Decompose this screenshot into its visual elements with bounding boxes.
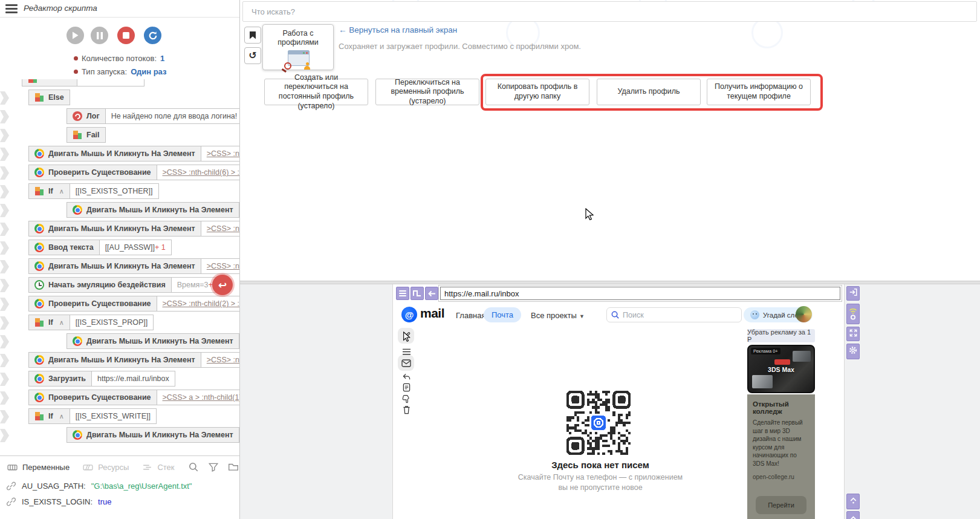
script-action-row[interactable]: Начать эмуляцию бездействияВремя=3 + 2↩ [0, 277, 240, 294]
action-param[interactable]: [[IS_EXISTS_WRITE]] [70, 408, 157, 424]
profile-action-button[interactable]: Получить информацию о текущем профиле [707, 79, 811, 105]
folder-icon[interactable] [228, 462, 239, 472]
action-param[interactable]: >CSS> :nth-child(6) [239, 202, 240, 218]
collapse-icon[interactable]: ∧ [59, 413, 64, 420]
enter-button[interactable] [846, 286, 860, 301]
resume-badge-icon[interactable]: ↩ [212, 275, 233, 295]
mail-nav-main[interactable]: Главная [456, 311, 485, 320]
action-param[interactable]: >CSS> :nth-child(6) > :nth-child(2) > [157, 165, 240, 180]
action-label-box[interactable]: Двигать Мышь И Кликнуть На Элемент [28, 258, 201, 274]
script-action-row[interactable]: Двигать Мышь И Кликнуть На Элемент>CSS> … [0, 221, 240, 238]
bookmark-button[interactable] [244, 27, 261, 44]
horizontal-splitter[interactable] [240, 281, 980, 284]
action-label-box[interactable]: Проверить Существование [28, 165, 157, 180]
wifi-button[interactable] [846, 304, 860, 324]
trash-icon[interactable] [400, 403, 412, 416]
avatar[interactable] [796, 306, 812, 322]
browser-back-button[interactable] [425, 287, 438, 300]
pause-button[interactable] [91, 27, 108, 44]
action-param[interactable]: [[IS_EXISTS_PROP]] [70, 315, 154, 330]
history-button[interactable]: ↺ [244, 47, 261, 64]
script-action-row[interactable]: Проверить Существование>CSS> a > :nth-ch… [0, 390, 240, 406]
action-param[interactable]: >CSS> :nth-child(2) [239, 333, 240, 349]
action-label-box[interactable]: If∧ [28, 183, 70, 199]
script-action-row[interactable]: Проверить Существование>CSS> :nth-child(… [0, 165, 240, 181]
action-label-box[interactable]: Двигать Мышь И Кликнуть На Элемент [67, 333, 239, 349]
action-param[interactable]: >CSS> :nth-child(1) > :n [201, 258, 240, 274]
script-action-row[interactable]: Fail [0, 127, 240, 144]
inbox-icon[interactable] [400, 357, 412, 369]
script-action-row[interactable]: Двигать Мышь И Кликнуть На Элемент>CSS> … [0, 352, 240, 369]
run-type-value[interactable]: Один раз [131, 67, 166, 76]
mail-logo-icon[interactable]: @ [401, 307, 417, 322]
script-action-row[interactable]: ЛогНе найдено поле для ввода логина! [0, 108, 240, 125]
spam-icon[interactable] [400, 393, 412, 405]
ad-image[interactable]: Реклама 0+ 3DS Max [747, 345, 815, 393]
profile-action-button[interactable]: Удалить профиль [597, 79, 701, 105]
action-label-box[interactable]: Двигать Мышь И Кликнуть На Элемент [28, 146, 201, 162]
ad-cta-button[interactable]: Перейти [756, 496, 806, 514]
settings-button[interactable] [846, 344, 860, 359]
variable-row[interactable]: IS_EXISTS_LOGIN:true [0, 494, 240, 509]
script-action-row[interactable]: If∧[[IS_EXISTS_OTHER]] [0, 183, 240, 200]
search-input[interactable] [242, 1, 977, 22]
tab-resources[interactable]: Ресурсы [83, 462, 129, 472]
action-card-profiles[interactable]: Работа с профилями [262, 24, 334, 70]
stop-button[interactable] [117, 27, 135, 44]
profile-action-button[interactable]: Создать или переключиться на постоянный … [264, 79, 368, 105]
action-param[interactable]: [[IS_EXISTS_OTHER]] [70, 183, 159, 199]
action-label-box[interactable]: Fail [67, 127, 106, 143]
action-param[interactable]: >CSS> a > :nth-child [239, 427, 240, 443]
profile-action-button[interactable]: Копировать профиль в другую папку [485, 79, 589, 105]
action-label-box[interactable]: Двигать Мышь И Кликнуть На Элемент [67, 427, 239, 443]
mail-nav-projects[interactable]: Все проекты▼ [531, 311, 585, 320]
action-label-box[interactable]: If∧ [28, 315, 70, 330]
url-input[interactable] [440, 287, 840, 300]
tab-variables[interactable]: Переменные [7, 462, 70, 472]
script-action-row[interactable]: If∧[[IS_EXISTS_PROP]] [0, 315, 240, 331]
action-label-box[interactable]: Лог [67, 108, 106, 124]
browser-menu-button[interactable] [396, 287, 409, 300]
back-to-main-link[interactable]: ← Вернуться на главный экран [339, 25, 457, 34]
ad-text-block[interactable]: Открытый колледж Сделайте первый шаг в м… [747, 394, 815, 519]
action-label-box[interactable]: Ввод текста [28, 240, 100, 255]
restart-button[interactable] [144, 27, 161, 44]
variable-row[interactable]: AU_USAG_PATH:"G:\bas\a_reg\UserAgent.txt… [0, 478, 240, 494]
ad-title[interactable]: Открытый колледж [753, 400, 810, 415]
script-action-row[interactable]: Else [0, 90, 240, 106]
action-label-box[interactable]: Двигать Мышь И Кликнуть На Элемент [28, 352, 201, 368]
threads-value[interactable]: 1 [160, 54, 164, 63]
script-action-row[interactable]: Двигать Мышь И Кликнуть На Элемент>CSS> … [0, 258, 240, 275]
mail-search-input[interactable] [606, 307, 742, 322]
action-param[interactable]: >CSS> :nth-child(2) > :n [201, 221, 240, 237]
filter-icon[interactable] [208, 462, 219, 472]
action-param[interactable]: >CSS> :nth-child(4) > :n [201, 352, 240, 368]
action-label-box[interactable]: Загрузить [28, 371, 92, 387]
script-action-row-clipped[interactable] [0, 79, 240, 88]
action-param[interactable]: >CSS> :nth-child(1) > :n [201, 146, 240, 162]
collapse-button[interactable] [846, 511, 860, 519]
action-param[interactable]: [[AU_PASSW]] + 1 [99, 240, 172, 255]
action-label-box[interactable]: Проверить Существование [28, 390, 157, 405]
browser-step-button[interactable] [410, 287, 424, 300]
send-icon[interactable] [400, 370, 412, 382]
script-action-row[interactable]: If∧[[IS_EXISTS_WRITE]] [0, 408, 240, 425]
action-label-box[interactable]: Проверить Существование [28, 296, 157, 312]
script-action-row[interactable]: Двигать Мышь И Кликнуть На Элемент>CSS> … [0, 146, 240, 163]
drafts-icon[interactable] [400, 381, 412, 393]
compose-icon[interactable] [400, 330, 412, 342]
action-param[interactable]: >CSS> :nth-child(2) > :nth-child(2) > [157, 296, 240, 312]
scroll-top-button[interactable] [846, 494, 860, 509]
action-param[interactable]: Не найдено поле для ввода логина! [105, 108, 240, 124]
profile-action-button[interactable]: Переключиться на временный профиль (уста… [375, 79, 479, 105]
script-action-row[interactable]: Загрузитьhttps://e.mail.ru/inbox [0, 371, 240, 388]
tab-stack[interactable]: Стек [142, 462, 174, 472]
script-action-row[interactable]: Двигать Мышь И Кликнуть На Элемент>CSS> … [0, 202, 240, 219]
action-label-box[interactable]: Двигать Мышь И Кликнуть На Элемент [67, 202, 239, 218]
action-param[interactable]: >CSS> a > :nth-child(1) > span > svg [157, 390, 240, 405]
script-action-row[interactable]: Двигать Мышь И Кликнуть На Элемент>CSS> … [0, 333, 240, 350]
ad-site-link[interactable]: open-college.ru [753, 474, 810, 480]
action-label-box[interactable]: Начать эмуляцию бездействия [28, 277, 172, 293]
mail-logo-text[interactable]: mail [420, 306, 444, 321]
collapse-icon[interactable]: ∧ [59, 188, 64, 195]
